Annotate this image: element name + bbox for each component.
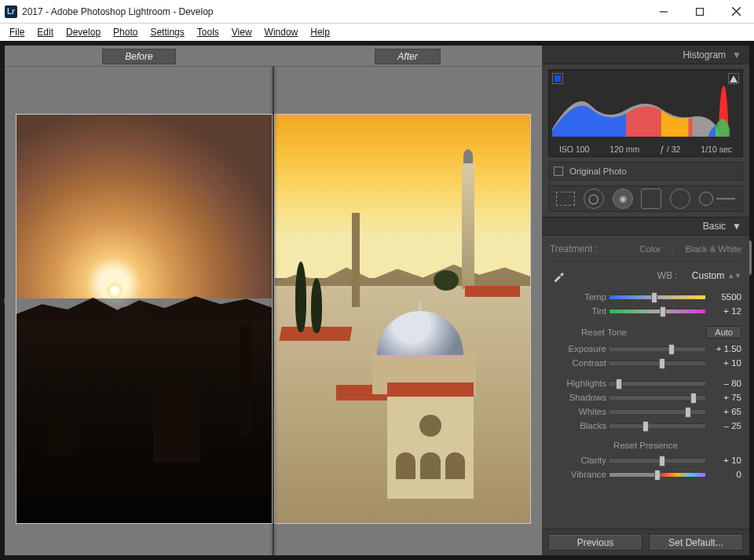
- treatment-color[interactable]: Color: [639, 244, 661, 254]
- after-photo: [274, 114, 531, 524]
- right-panel: Histogram ▼ ISO 100 120 mm: [542, 46, 749, 555]
- chevron-down-icon: ▼: [732, 49, 741, 60]
- original-photo-row[interactable]: Original Photo: [548, 162, 743, 181]
- contrast-slider[interactable]: Contrast + 10: [550, 356, 741, 370]
- histogram-curve: [552, 82, 739, 137]
- reset-presence-button[interactable]: Reset Presence: [613, 441, 678, 450]
- reset-tone-row: Reset Tone Auto: [550, 318, 741, 342]
- redeye-tool-icon[interactable]: ◉: [613, 188, 633, 209]
- wb-label: WB :: [657, 270, 678, 281]
- original-photo-checkbox[interactable]: [554, 167, 563, 176]
- compare-divider[interactable]: [273, 67, 274, 555]
- whites-slider[interactable]: Whites + 65: [550, 404, 741, 419]
- crop-tool-icon[interactable]: [556, 192, 575, 206]
- app-frame: ▼ ▼ ▼ ▼ Before After: [0, 41, 754, 560]
- after-label: After: [375, 49, 440, 64]
- spot-removal-tool-icon[interactable]: ◯: [584, 188, 604, 209]
- wb-dropdown[interactable]: Custom▲▼: [692, 270, 741, 281]
- menu-file[interactable]: File: [5, 25, 29, 39]
- before-photo: [16, 114, 273, 524]
- menu-window[interactable]: Window: [260, 25, 303, 39]
- radial-filter-icon[interactable]: [670, 188, 690, 209]
- adjustment-brush-icon[interactable]: [699, 192, 735, 206]
- histogram-aperture: ƒ / 32: [660, 145, 680, 154]
- reset-presence-row: Reset Presence: [550, 433, 741, 453]
- vibrance-slider[interactable]: Vibrance 0: [550, 467, 741, 481]
- exposure-slider[interactable]: Exposure + 1.50: [550, 342, 741, 356]
- set-default-button[interactable]: Set Default...: [649, 534, 743, 551]
- histogram-header[interactable]: Histogram ▼: [542, 46, 749, 64]
- reset-tone-button[interactable]: Reset Tone: [581, 328, 627, 337]
- menu-tools[interactable]: Tools: [192, 25, 224, 39]
- histogram-iso: ISO 100: [559, 145, 590, 154]
- auto-button[interactable]: Auto: [706, 326, 741, 339]
- clarity-slider[interactable]: Clarity + 10: [550, 453, 741, 467]
- histogram-shutter: 1/10 sec: [701, 145, 732, 154]
- develop-toolstrip: ◯ ◉: [548, 185, 743, 212]
- highlights-slider[interactable]: Highlights – 80: [550, 376, 741, 390]
- treatment-label: Treatment :: [550, 243, 598, 254]
- app-icon: Lr: [5, 5, 17, 18]
- menu-help[interactable]: Help: [306, 25, 335, 39]
- menubar: File Edit Develop Photo Settings Tools V…: [0, 24, 754, 41]
- menu-develop[interactable]: Develop: [61, 25, 105, 39]
- basic-panel: Basic ▼ Treatment : Color | Black & Whit…: [542, 217, 749, 529]
- eyedropper-icon[interactable]: [550, 266, 569, 285]
- menu-view[interactable]: View: [227, 25, 257, 39]
- blacks-slider[interactable]: Blacks – 25: [550, 419, 741, 433]
- titlebar: Lr 2017 - Adobe Photoshop Lightroom - De…: [0, 0, 754, 24]
- before-image[interactable]: [5, 67, 273, 555]
- menu-photo[interactable]: Photo: [108, 25, 142, 39]
- basic-title: Basic: [703, 221, 726, 232]
- histogram-focal: 120 mm: [609, 145, 639, 154]
- preview-area: Before After: [5, 46, 542, 555]
- temp-slider[interactable]: Temp 5500: [550, 290, 741, 304]
- svg-rect-1: [697, 8, 704, 15]
- white-balance-row: WB : Custom▲▼: [550, 262, 741, 290]
- treatment-row: Treatment : Color | Black & White: [550, 240, 741, 262]
- menu-edit[interactable]: Edit: [32, 25, 58, 39]
- close-button[interactable]: [718, 0, 754, 24]
- before-label: Before: [102, 49, 175, 64]
- window-title: 2017 - Adobe Photoshop Lightroom - Devel…: [22, 6, 646, 17]
- previous-button[interactable]: Previous: [548, 534, 642, 551]
- after-image[interactable]: [274, 67, 542, 555]
- minimize-button[interactable]: [646, 0, 682, 24]
- histogram[interactable]: ISO 100 120 mm ƒ / 32 1/10 sec: [548, 69, 743, 157]
- menu-settings[interactable]: Settings: [145, 25, 188, 39]
- original-photo-label: Original Photo: [569, 167, 627, 176]
- graduated-filter-icon[interactable]: [641, 188, 661, 209]
- chevron-down-icon: ▼: [732, 221, 741, 232]
- histogram-title: Histogram: [683, 49, 726, 60]
- treatment-bw[interactable]: Black & White: [685, 244, 741, 254]
- tint-slider[interactable]: Tint + 12: [550, 304, 741, 318]
- shadows-slider[interactable]: Shadows + 75: [550, 390, 741, 404]
- panel-footer: Previous Set Default...: [542, 529, 749, 555]
- basic-header[interactable]: Basic ▼: [542, 217, 749, 236]
- maximize-button[interactable]: [682, 0, 718, 24]
